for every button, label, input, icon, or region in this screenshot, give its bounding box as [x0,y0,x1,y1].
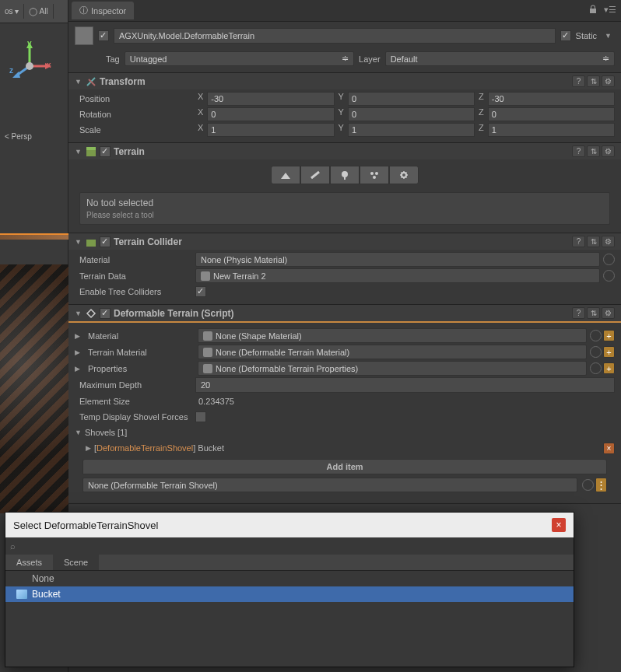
picker-item-none[interactable]: None [5,571,574,586]
foldout-icon[interactable]: ▶ [75,332,83,340]
picker-search-input[interactable] [19,540,569,552]
remove-button[interactable]: × [603,443,615,454]
tool-info: No tool selected Please select a tool [79,192,610,225]
svg-rect-9 [86,149,96,156]
static-checkbox[interactable] [560,30,571,41]
gear-icon[interactable]: ⚙ [602,75,615,87]
add-shovel-field[interactable]: None (Deformable Terrain Shovel) [82,478,577,492]
add-button[interactable]: + [603,362,615,374]
element-size-label: Element Size [75,397,195,406]
position-y[interactable] [348,92,475,106]
object-picker-icon[interactable] [603,270,615,282]
raise-lower-tool[interactable] [271,166,300,184]
viewport-opt[interactable]: os ▾ [0,4,24,19]
properties-field[interactable]: None (Deformable Terrain Properties) [198,361,587,376]
terrain-data-field[interactable]: New Terrain 2 [195,268,600,283]
physic-material-field[interactable]: None (Physic Material) [195,252,600,267]
shovels-label: Shovels [1] [85,428,127,437]
gear-icon[interactable]: ⚙ [602,236,615,247]
preset-button[interactable]: ⇅ [587,236,600,247]
foldout-icon[interactable]: ▶ [75,365,83,373]
tag-dropdown[interactable]: Untagged≑ [125,51,354,66]
properties-label: Properties [83,364,198,373]
shape-material-field[interactable]: None (Shape Material) [198,328,587,343]
tree-tool[interactable] [330,166,360,184]
temp-forces-checkbox[interactable] [195,411,206,422]
svg-point-16 [373,176,376,179]
foldout-icon[interactable]: ▼ [75,429,85,436]
tab-assets[interactable]: Assets [5,555,53,570]
shovel-item: [DeformableTerrainShovel] Bucket [94,443,224,453]
svg-rect-10 [86,147,96,150]
picker-item-bucket[interactable]: Bucket [5,586,574,602]
rotation-z[interactable] [488,107,615,121]
preset-button[interactable]: ⇅ [587,145,600,157]
active-checkbox[interactable] [98,30,109,41]
foldout-icon[interactable]: ▶ [75,348,83,356]
gear-icon[interactable]: ⚙ [602,307,615,319]
gear-icon[interactable]: ⚙ [602,145,615,157]
paint-tool[interactable] [300,166,330,184]
tab-label: Inspector [91,6,126,16]
deformable-enabled-checkbox[interactable] [100,308,111,319]
help-button[interactable]: ? [572,236,585,247]
terrain-data-label: Terrain Data [75,271,195,281]
terrain-collider-icon [86,236,96,247]
add-button[interactable]: + [603,346,615,358]
lock-icon[interactable] [588,5,601,17]
position-z[interactable] [488,92,615,106]
preset-button[interactable]: ⇅ [587,75,600,87]
tab-scene[interactable]: Scene [53,555,99,570]
terrain-material-label: Terrain Material [83,348,198,357]
material-label: Material [75,255,195,264]
viewport-opt-all[interactable]: ◯ All [24,4,53,19]
object-picker-icon[interactable] [590,362,602,374]
inspector-tab[interactable]: ⓘ Inspector [72,2,134,19]
rotation-x[interactable] [207,107,334,121]
rotation-y[interactable] [348,107,475,121]
terrain-enabled-checkbox[interactable] [100,146,111,157]
foldout-icon[interactable]: ▼ [75,238,82,246]
help-button[interactable]: ? [572,307,585,319]
scale-y[interactable] [348,123,475,137]
orientation-gizmo[interactable]: y x z [8,39,54,86]
gameobject-icon[interactable] [75,26,93,45]
layer-dropdown[interactable]: Default≑ [385,51,615,66]
terrain-collider-enabled-checkbox[interactable] [100,236,111,247]
position-label: Position [75,94,195,103]
gameobject-name-field[interactable] [114,28,556,44]
script-icon [86,308,96,319]
shovel-type-link[interactable]: DeformableTerrainShovel [96,443,193,453]
terrain-icon [86,146,96,157]
static-dropdown-icon[interactable]: ▼ [602,32,615,40]
detail-tool[interactable] [360,166,389,184]
terrain-title: Terrain [114,146,572,157]
help-button[interactable]: ? [572,75,585,87]
scale-x[interactable] [207,123,334,137]
help-button[interactable]: ? [572,145,585,157]
prefab-icon [16,590,27,599]
tag-label: Tag [106,54,120,64]
context-menu-icon[interactable]: ▾☰ [604,5,616,17]
perspective-label[interactable]: < Persp [5,132,32,141]
svg-point-12 [342,171,348,177]
foldout-icon[interactable]: ▼ [75,310,82,317]
more-button[interactable]: ⋮ [595,478,607,492]
object-picker-icon[interactable] [590,346,602,358]
terrain-material-field[interactable]: None (Deformable Terrain Material) [198,345,587,359]
object-picker-icon[interactable] [590,330,602,341]
add-button[interactable]: + [603,330,615,341]
foldout-icon[interactable]: ▶ [86,444,94,452]
scale-z[interactable] [488,123,615,137]
tree-colliders-checkbox[interactable] [195,286,206,297]
close-button[interactable]: × [552,518,566,532]
foldout-icon[interactable]: ▼ [75,78,82,86]
settings-tool[interactable] [389,166,419,184]
object-picker-icon[interactable] [582,479,594,491]
object-picker-icon[interactable] [603,254,615,265]
foldout-icon[interactable]: ▼ [75,148,82,156]
position-x[interactable] [207,92,334,106]
max-depth-field[interactable] [195,377,615,393]
preset-button[interactable]: ⇅ [587,307,600,319]
svg-rect-18 [86,240,96,247]
